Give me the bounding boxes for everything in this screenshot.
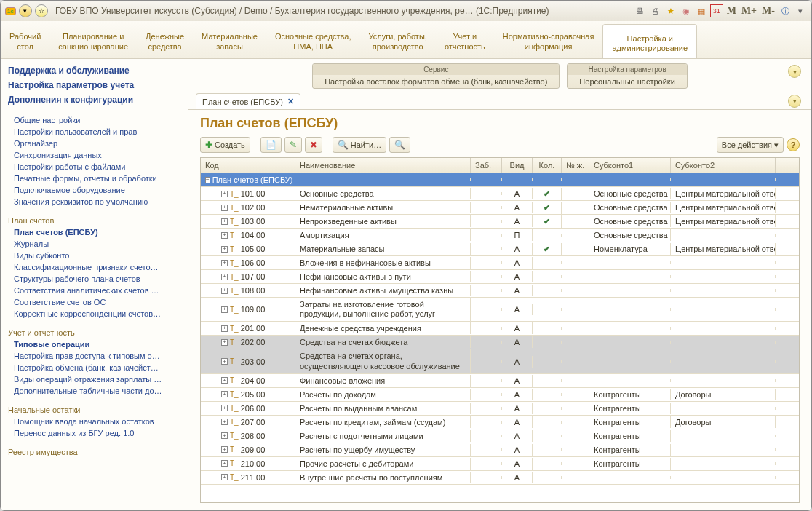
expander-icon[interactable]: + bbox=[221, 288, 228, 294]
tabs-dropdown-icon[interactable]: ▾ bbox=[788, 95, 801, 108]
service-item[interactable]: Персональные настройки bbox=[568, 75, 686, 88]
table-row[interactable]: +T_103.00 Непроизведенные активы А ✔ Осн… bbox=[201, 215, 799, 229]
sidebar-link[interactable]: Журналы bbox=[8, 238, 188, 250]
sidebar-link[interactable]: Синхронизация данных bbox=[8, 149, 188, 161]
expander-icon[interactable]: + bbox=[221, 260, 228, 266]
expander-icon[interactable]: + bbox=[221, 377, 228, 384]
expander-icon[interactable]: + bbox=[221, 432, 228, 439]
expander-icon[interactable]: + bbox=[221, 391, 228, 397]
expander-icon[interactable]: + bbox=[221, 419, 228, 425]
sidebar-heading[interactable]: Настройка параметров учета bbox=[8, 78, 188, 92]
expander-icon[interactable]: + bbox=[221, 474, 228, 480]
sidebar-link[interactable]: Подключаемое оборудование bbox=[8, 184, 188, 196]
col-nz[interactable]: № ж. bbox=[562, 158, 589, 173]
sidebar-link[interactable]: Соответствие счетов ОС bbox=[8, 296, 188, 308]
print-icon[interactable]: 🖶 bbox=[634, 4, 647, 17]
menu-item[interactable]: Материальныезапасы bbox=[193, 21, 266, 58]
col-sub1[interactable]: Субконто1 bbox=[589, 158, 671, 173]
table-row[interactable]: +T_107.00 Нефинансовые активы в пути А bbox=[201, 270, 799, 284]
calendar-icon[interactable]: 31 bbox=[710, 4, 723, 17]
printer-icon[interactable]: 🖨 bbox=[649, 4, 662, 17]
table-row[interactable]: +T_209.00 Расчеты по ущербу имуществу А … bbox=[201, 443, 799, 457]
expander-icon[interactable]: + bbox=[221, 358, 228, 365]
table-row[interactable]: +T_211.00 Внутренние расчеты по поступле… bbox=[201, 471, 799, 485]
col-zab[interactable]: Заб. bbox=[471, 158, 502, 173]
edit-button[interactable]: ✎ bbox=[284, 137, 302, 153]
col-name[interactable]: Наименование bbox=[295, 158, 471, 173]
table-row[interactable]: +T_105.00 Материальные запасы А ✔ Номенк… bbox=[201, 242, 799, 256]
table-row[interactable]: +T_102.00 Нематериальные активы А ✔ Осно… bbox=[201, 201, 799, 215]
create-button[interactable]: ✚Создать bbox=[200, 137, 250, 153]
menu-item[interactable]: Нормативно-справочнаяинформация bbox=[494, 21, 603, 58]
sidebar-link[interactable]: Помощник ввода начальных остатков bbox=[8, 416, 188, 427]
tab-plan-accounts[interactable]: План счетов (ЕПСБУ) ✕ bbox=[196, 93, 300, 109]
sidebar-link[interactable]: Настройки работы с файлами bbox=[8, 161, 188, 173]
menu-item[interactable]: Рабочийстол bbox=[1, 21, 49, 58]
table-row[interactable]: +T_109.00 Затраты на изготовление готово… bbox=[201, 298, 799, 322]
table-row[interactable]: +T_108.00 Нефинансовые активы имущества … bbox=[201, 284, 799, 298]
table-row[interactable]: +T_104.00 Амортизация П Основные средств… bbox=[201, 229, 799, 242]
table-row[interactable]: +T_203.00 Средства на счетах органа, осу… bbox=[201, 349, 799, 373]
table-row[interactable]: +T_201.00 Денежные средства учреждения А bbox=[201, 322, 799, 336]
help-icon[interactable]: ? bbox=[787, 138, 800, 151]
sidebar-link[interactable]: Соответствия аналитических счетов … bbox=[8, 285, 188, 296]
find-button[interactable]: 🔍Найти… bbox=[333, 137, 386, 153]
table-row[interactable]: +T_101.00 Основные средства А ✔ Основные… bbox=[201, 187, 799, 201]
sidebar-link[interactable]: Настройка прав доступа к типовым о… bbox=[8, 350, 188, 362]
dropdown-icon[interactable]: ▾ bbox=[19, 4, 32, 17]
table-row[interactable]: +T_206.00 Расчеты по выданным авансам А … bbox=[201, 402, 799, 416]
col-code[interactable]: Код bbox=[201, 158, 295, 173]
table-row[interactable]: +T_205.00 Расчеты по доходам А Контраген… bbox=[201, 388, 799, 402]
expander-icon[interactable]: + bbox=[221, 218, 228, 225]
m-minus-button[interactable]: M- bbox=[760, 5, 776, 17]
all-actions-button[interactable]: Все действия ▾ bbox=[717, 137, 784, 153]
info-icon[interactable]: ⓘ bbox=[779, 4, 792, 17]
sidebar-link[interactable]: Значения реквизитов по умолчанию bbox=[8, 196, 188, 207]
sidebar-link[interactable]: Классификационные признаки счето… bbox=[8, 261, 188, 273]
expander-icon[interactable]: + bbox=[221, 339, 228, 346]
expander-icon[interactable]: + bbox=[221, 460, 228, 467]
menu-chevron-icon[interactable]: ▾ bbox=[794, 4, 807, 17]
expander-icon[interactable]: − bbox=[205, 177, 210, 183]
clear-find-button[interactable]: 🔍 bbox=[389, 137, 410, 153]
sidebar-link[interactable]: Органайзер bbox=[8, 138, 188, 149]
m-button[interactable]: M bbox=[725, 5, 738, 17]
history-icon[interactable]: ◉ bbox=[680, 4, 693, 17]
menu-item[interactable]: Учет иотчетность bbox=[436, 21, 494, 58]
table-row[interactable]: +T_204.00 Финансовые вложения А bbox=[201, 374, 799, 388]
menu-item[interactable]: Услуги, работы,производство bbox=[360, 21, 436, 58]
expander-icon[interactable]: + bbox=[221, 274, 228, 280]
service-item[interactable]: Настройка поставок форматов обмена (банк… bbox=[313, 75, 559, 88]
expander-icon[interactable]: + bbox=[221, 405, 228, 411]
sidebar-link[interactable]: Виды операций отражения зарплаты … bbox=[8, 373, 188, 385]
expander-icon[interactable]: + bbox=[221, 446, 228, 453]
menu-item[interactable]: Основные средства,НМА, НПА bbox=[266, 21, 360, 58]
delete-button[interactable]: ✖ bbox=[305, 137, 322, 153]
star-icon[interactable]: ★ bbox=[664, 4, 677, 17]
sidebar-link[interactable]: План счетов (ЕПСБУ) bbox=[8, 226, 188, 238]
sidebar-link[interactable]: Корректные корреспонденции счетов… bbox=[8, 308, 188, 320]
sidebar-link[interactable]: Дополнительные табличные части до… bbox=[8, 385, 188, 397]
sidebar-link[interactable]: Типовые операции bbox=[8, 338, 188, 350]
expander-icon[interactable]: + bbox=[221, 191, 228, 197]
favorites-icon[interactable]: ☆ bbox=[35, 4, 48, 17]
sidebar-link[interactable]: Виды субконто bbox=[8, 250, 188, 261]
menu-item[interactable]: Денежныесредства bbox=[137, 21, 193, 58]
menu-item[interactable]: Настройка иадминистрирование bbox=[602, 24, 697, 58]
sidebar-link[interactable]: Печатные формы, отчеты и обработки bbox=[8, 173, 188, 184]
table-row[interactable]: +T_202.00 Средства на счетах бюджета А bbox=[201, 336, 799, 349]
expander-icon[interactable]: + bbox=[221, 306, 228, 313]
table-row[interactable]: +T_210.00 Прочие расчеты с дебиторами А … bbox=[201, 457, 799, 471]
sidebar-link[interactable]: Структуры рабочего плана счетов bbox=[8, 273, 188, 285]
table-row[interactable]: +T_106.00 Вложения в нефинансовые активы… bbox=[201, 256, 799, 270]
service-collapse-icon[interactable]: ▾ bbox=[788, 65, 801, 78]
col-sub2[interactable]: Субконто2 bbox=[671, 158, 776, 173]
m-plus-button[interactable]: M+ bbox=[740, 5, 758, 17]
expander-icon[interactable]: + bbox=[221, 325, 228, 332]
sidebar-link[interactable]: Настройки пользователей и прав bbox=[8, 126, 188, 138]
sidebar-link[interactable]: Общие настройки bbox=[8, 114, 188, 126]
sidebar-link[interactable]: Перенос данных из БГУ ред. 1.0 bbox=[8, 427, 188, 439]
table-root-row[interactable]: −План счетов (ЕПСБУ) bbox=[201, 173, 799, 187]
sidebar-heading[interactable]: Дополнения к конфигурации bbox=[8, 92, 188, 107]
expander-icon[interactable]: + bbox=[221, 205, 228, 211]
